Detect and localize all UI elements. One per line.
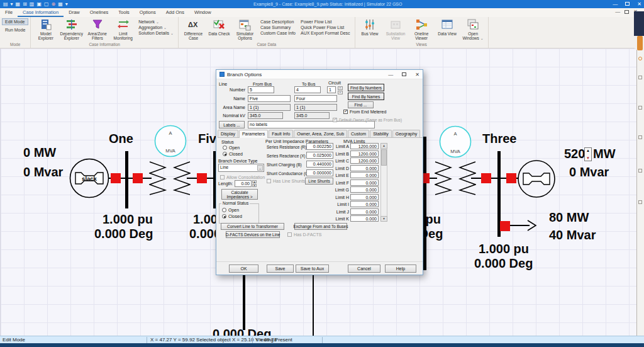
bus-bar-four[interactable] [423, 137, 426, 270]
status-closed-radio[interactable]: Closed [223, 152, 243, 156]
dependency-explorer-button[interactable]: Dependency Explorer [58, 18, 84, 40]
limit-b-field[interactable]: 1200.000 [350, 151, 379, 157]
limit-e-field[interactable]: 0.000 [350, 172, 379, 178]
slack-generator[interactable]: slack [69, 157, 110, 199]
generator-three[interactable] [517, 159, 556, 198]
quick-icon-tool-2[interactable]: ⊞ [23, 0, 27, 8]
menu-tab-file[interactable]: File [0, 8, 18, 17]
quick-icon-dropdown[interactable]: ▾ [11, 0, 13, 8]
normal-closed-radio[interactable]: Closed [222, 214, 242, 219]
find-by-names-button[interactable]: Find By Names [348, 93, 384, 100]
menu-tab-options[interactable]: Options [135, 8, 161, 17]
limit-d-field[interactable]: 0.000 [350, 165, 379, 171]
quick-icon-abort[interactable]: ⊗ [52, 0, 56, 8]
status-open-radio[interactable]: Open [223, 145, 240, 150]
network-menu-button[interactable]: Network⌄ [136, 19, 176, 25]
breaker-square[interactable] [133, 173, 143, 183]
limit-a-field[interactable]: 1200.000 [350, 143, 379, 149]
save-to-aux-button[interactable]: Save to Aux [296, 265, 329, 273]
mva-gauge[interactable]: A MVA [154, 125, 187, 157]
normal-open-radio[interactable]: Open [222, 208, 239, 212]
from-end-metered-checkbox[interactable]: From End Metered [343, 110, 386, 114]
spinner-down-icon[interactable]: ▼ [586, 156, 590, 160]
save-button[interactable]: Save [267, 265, 294, 273]
right-edge-panel[interactable] [636, 50, 644, 336]
labels-button[interactable]: Labels ... [219, 121, 245, 128]
breaker-square[interactable] [111, 173, 121, 183]
bus-view-button[interactable]: Bus View [357, 18, 383, 36]
tab-stability[interactable]: Stability [370, 130, 392, 137]
run-mode-button[interactable]: Run Mode [2, 26, 28, 33]
child-minimize-icon[interactable]: — [615, 9, 620, 14]
transformer-four-three[interactable] [435, 161, 476, 195]
limit-h-field[interactable]: 0.000 [350, 194, 379, 200]
spinner-up-icon[interactable]: ▲ [586, 149, 590, 152]
quick-icon-tool-5[interactable]: ▢ [44, 0, 49, 8]
circuit-field[interactable]: 1 [327, 86, 336, 93]
limit-j-field[interactable]: 0.000 [350, 208, 379, 215]
quick-icon-tool-1[interactable]: ▦ [16, 0, 21, 8]
convert-line-to-transformer-button[interactable]: Convert Line to Transformer [221, 223, 284, 230]
breaker-square[interactable] [481, 173, 491, 183]
breaker-square[interactable] [197, 173, 207, 183]
tab-parameters[interactable]: Parameters [239, 130, 268, 138]
limit-i-field[interactable]: 0.000 [350, 201, 379, 207]
area-zone-filters-button[interactable]: Area/Zone Filters [84, 18, 110, 40]
find-by-numbers-button[interactable]: Find By Numbers [348, 84, 384, 91]
minimize-button[interactable]: — [613, 0, 618, 8]
cancel-button[interactable]: Cancel [348, 265, 380, 273]
to-bus-number-field[interactable]: 4 [294, 86, 321, 93]
help-button[interactable]: Help [385, 265, 416, 273]
line-shunts-button[interactable]: Line Shunts [305, 178, 333, 185]
data-check-button[interactable]: Data Check [206, 18, 232, 36]
aux-export-format-button[interactable]: AUX Export Format Desc [298, 30, 353, 36]
length-up-button[interactable]: ▲ [252, 180, 257, 183]
dfacts-devices-button[interactable]: D-FACTS Devices on the Line [226, 231, 280, 238]
circuit-up-button[interactable]: ▪ [338, 86, 343, 90]
dialog-minimize-icon[interactable]: — [388, 72, 393, 77]
tab-display[interactable]: Display [218, 130, 238, 137]
menu-tab-window[interactable]: Window [189, 8, 216, 17]
gen-mw-spinner[interactable]: ▲ ▼ [584, 147, 592, 161]
edit-mode-button[interactable]: Edit Mode [2, 18, 28, 25]
dialog-close-icon[interactable]: ✕ [415, 72, 419, 77]
close-button[interactable]: ✕ [637, 0, 641, 8]
dialog-maximize-icon[interactable] [402, 72, 406, 76]
find-button[interactable]: Find ... [348, 101, 374, 108]
breaker-square[interactable] [500, 221, 510, 231]
child-restore-icon[interactable] [625, 10, 629, 14]
limit-f-field[interactable]: 0.000 [350, 179, 379, 186]
bus-bar-one[interactable] [125, 151, 128, 208]
calculate-impedances-button[interactable]: Calculate Impedances > [221, 189, 258, 200]
series-reactance-field[interactable]: 0.025000 [306, 152, 333, 159]
open-windows-button[interactable]: Open Windows⌄ [460, 18, 486, 41]
menu-tab-case-information[interactable]: Case Information [18, 8, 64, 17]
menu-tab-addons[interactable]: Add Ons [161, 8, 189, 17]
menu-tab-draw[interactable]: Draw [64, 8, 85, 17]
from-bus-number-field[interactable]: 5 [248, 86, 274, 93]
limit-c-field[interactable]: 1200.000 [350, 157, 379, 164]
quick-icon-save[interactable]: ▤ [3, 0, 8, 8]
scrollbar-thumb[interactable] [381, 149, 387, 166]
tab-owner-area-zone-sub[interactable]: Owner, Area, Zone, Sub [294, 130, 347, 137]
quick-icon-tool-6[interactable]: ▦ [58, 0, 63, 8]
circuit-down-button[interactable]: ▪ [338, 91, 343, 94]
aggregation-menu-button[interactable]: Aggregation⌄ [136, 25, 176, 30]
exchange-from-to-buses-button[interactable]: Exchange From and To Buses [294, 223, 347, 230]
palette-accent-bar[interactable] [637, 36, 643, 50]
shunt-charging-field[interactable]: 0.440000 [306, 161, 333, 168]
solution-details-menu-button[interactable]: Solution Details⌄ [136, 30, 176, 36]
length-down-button[interactable]: ▼ [252, 184, 257, 187]
case-description-button[interactable]: Case Description [258, 19, 298, 25]
case-summary-button[interactable]: Case Summary [258, 25, 298, 30]
ok-button[interactable]: OK [229, 265, 258, 273]
difference-case-button[interactable]: ΔX Difference Case [180, 18, 206, 40]
mva-gauge[interactable]: A MVA [439, 125, 472, 158]
scroll-down-icon[interactable]: ▼ [380, 216, 387, 222]
power-flow-list-button[interactable]: Power Flow List [298, 19, 353, 25]
transformer-one-five[interactable] [149, 161, 191, 195]
breaker-square[interactable] [506, 173, 516, 183]
device-type-select[interactable]: Line ⌄ [218, 164, 264, 172]
quick-icon-tool-4[interactable]: ▣ [36, 0, 42, 8]
menu-tab-tools[interactable]: Tools [113, 8, 135, 17]
